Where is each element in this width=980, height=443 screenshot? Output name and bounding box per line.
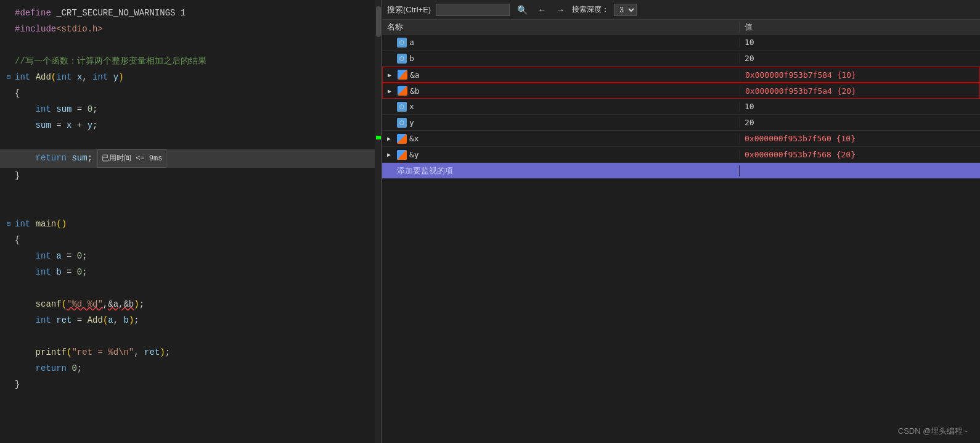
code-text-11: } [15, 168, 376, 184]
code-text-10: return sum;已用时间 <= 9ms [15, 149, 376, 168]
code-text-22: printf("ret = %d\n", ret); [15, 344, 376, 360]
code-text-1: #define _CRT_SECURE_NO_WARNINGS 1 [15, 5, 376, 21]
code-text-8: sum = x + y; [15, 117, 376, 133]
code-text-7: int sum = 0; [15, 101, 376, 117]
back-btn[interactable]: ← [535, 4, 549, 16]
code-line-10: return sum;已用时间 <= 9ms [0, 149, 381, 168]
code-line-6: { [0, 85, 381, 101]
code-line-18 [0, 280, 381, 296]
code-line-20: int ret = Add(a, b); [0, 312, 381, 328]
watch-row-b[interactable]: ⬡ b 20 [382, 51, 980, 67]
code-line-1: #define _CRT_SECURE_NO_WARNINGS 1 [0, 5, 381, 21]
watch-row-a[interactable]: ⬡ a 10 [382, 35, 980, 51]
watch-row-y[interactable]: ⬡ y 20 [382, 115, 980, 131]
watch-value-amp-y: 0x000000f953b7f568 {20} [740, 150, 980, 159]
code-text-14: int main() [15, 216, 376, 232]
expand-amp-a: ▶ [388, 72, 395, 78]
code-text-20: int ret = Add(a, b); [15, 312, 376, 328]
expand-amp-x: ▶ [387, 135, 394, 142]
watch-toolbar: 搜索(Ctrl+E) 🔍 ← → 接索深度： 3 1 2 4 5 [382, 0, 980, 20]
var-name-y: y [409, 118, 414, 127]
code-text-5: int Add(int x, int y) [15, 69, 376, 85]
watch-name-x: ⬡ x [382, 102, 740, 112]
watch-panel: 搜索(Ctrl+E) 🔍 ← → 接索深度： 3 1 2 4 5 名称 值 [382, 0, 980, 443]
scrollbar-marker [376, 136, 381, 139]
expand-amp-y: ▶ [387, 151, 394, 158]
code-line-5: ⊟ int Add(int x, int y) [0, 69, 381, 85]
code-line-3 [0, 37, 381, 53]
code-line-4: //写一个函数：计算两个整形变量相加之后的结果 [0, 53, 381, 69]
watch-name-y: ⬡ y [382, 118, 740, 128]
scrollbar[interactable] [375, 0, 381, 443]
ptr-icon-amp-x [397, 134, 407, 144]
watch-row-x[interactable]: ⬡ x 10 [382, 99, 980, 115]
code-line-17: int b = 0; [0, 264, 381, 280]
code-panel: #define _CRT_SECURE_NO_WARNINGS 1 #inclu… [0, 0, 382, 443]
watch-row-amp-b[interactable]: ▶ &b 0x000000f953b7f5a4 {20} [382, 83, 980, 99]
watch-name-b: ⬡ b [382, 54, 740, 64]
code-text-24: } [15, 376, 376, 392]
code-line-24: } [0, 376, 381, 392]
watch-name-a: ⬡ a [382, 38, 740, 48]
code-line-8: sum = x + y; [0, 117, 381, 133]
csdn-watermark: CSDN @埋头编程~ [898, 426, 968, 437]
watch-value-a: 10 [740, 38, 980, 47]
code-text-15: { [15, 232, 376, 248]
main-container: #define _CRT_SECURE_NO_WARNINGS 1 #inclu… [0, 0, 980, 443]
var-name-b: b [409, 54, 414, 63]
depth-label: 接索深度： [572, 4, 609, 15]
gutter-14: ⊟ [2, 216, 15, 232]
search-icon-btn[interactable]: 🔍 [515, 4, 530, 16]
watch-name-amp-x: ▶ &x [382, 134, 740, 144]
watch-row-amp-x[interactable]: ▶ &x 0x000000f953b7f560 {10} [382, 131, 980, 147]
search-label: 搜索(Ctrl+E) [387, 4, 431, 15]
watch-value-amp-a: 0x000000f953b7f584 {10} [740, 70, 979, 80]
code-content: #define _CRT_SECURE_NO_WARNINGS 1 #inclu… [0, 0, 381, 397]
header-value-col: 值 [740, 22, 980, 33]
var-name-amp-x: &x [409, 134, 419, 143]
code-line-11: } [0, 168, 381, 184]
watch-name-amp-a: ▶ &a [383, 70, 740, 80]
code-text-6: { [15, 85, 376, 101]
scrollbar-thumb[interactable] [376, 6, 381, 37]
code-line-2: #include<stdio.h> [0, 21, 381, 37]
var-icon-a: ⬡ [397, 38, 407, 48]
depth-select[interactable]: 3 1 2 4 5 [614, 4, 637, 16]
time-tooltip: 已用时间 <= 9ms [97, 149, 166, 168]
search-input[interactable] [436, 4, 510, 16]
code-text-2: #include<stdio.h> [15, 21, 376, 37]
watch-value-b: 20 [740, 54, 980, 63]
var-name-x: x [409, 102, 414, 111]
var-icon-b: ⬡ [397, 54, 407, 64]
code-line-14: ⊟ int main() [0, 216, 381, 232]
gutter-5: ⊟ [2, 69, 15, 85]
watch-table-header: 名称 值 [382, 20, 980, 35]
watch-name-amp-y: ▶ &y [382, 150, 740, 160]
code-text-16: int a = 0; [15, 248, 376, 264]
ptr-icon-amp-b [398, 86, 407, 96]
code-text-19: scanf("%d %d",&a,&b); [15, 296, 376, 312]
watch-name-amp-b: ▶ &b [383, 86, 740, 96]
watch-table-body: ⬡ a 10 ⬡ b 20 ▶ &a [382, 35, 980, 443]
code-line-22: printf("ret = %d\n", ret); [0, 344, 381, 360]
watch-value-amp-x: 0x000000f953b7f560 {10} [740, 134, 980, 143]
var-icon-y: ⬡ [397, 118, 407, 128]
code-line-19: scanf("%d %d",&a,&b); [0, 296, 381, 312]
watch-value-x: 10 [740, 102, 980, 111]
watch-row-amp-y[interactable]: ▶ &y 0x000000f953b7f568 {20} [382, 147, 980, 163]
watch-name-add: 添加要监视的项 [382, 165, 740, 176]
watch-value-y: 20 [740, 118, 980, 127]
ptr-icon-amp-a [398, 70, 407, 80]
var-name-amp-a: &a [410, 70, 420, 80]
code-text-17: int b = 0; [15, 264, 376, 280]
watch-row-add[interactable]: 添加要监视的项 [382, 163, 980, 179]
forward-btn[interactable]: → [553, 4, 567, 16]
add-watch-label: 添加要监视的项 [397, 165, 453, 176]
code-line-23: return 0; [0, 360, 381, 376]
code-line-9 [0, 133, 381, 149]
code-line-15: { [0, 232, 381, 248]
code-line-12 [0, 184, 381, 200]
watch-row-amp-a[interactable]: ▶ &a 0x000000f953b7f584 {10} [382, 67, 980, 83]
ptr-icon-amp-y [397, 150, 407, 160]
header-name-col: 名称 [382, 22, 740, 33]
